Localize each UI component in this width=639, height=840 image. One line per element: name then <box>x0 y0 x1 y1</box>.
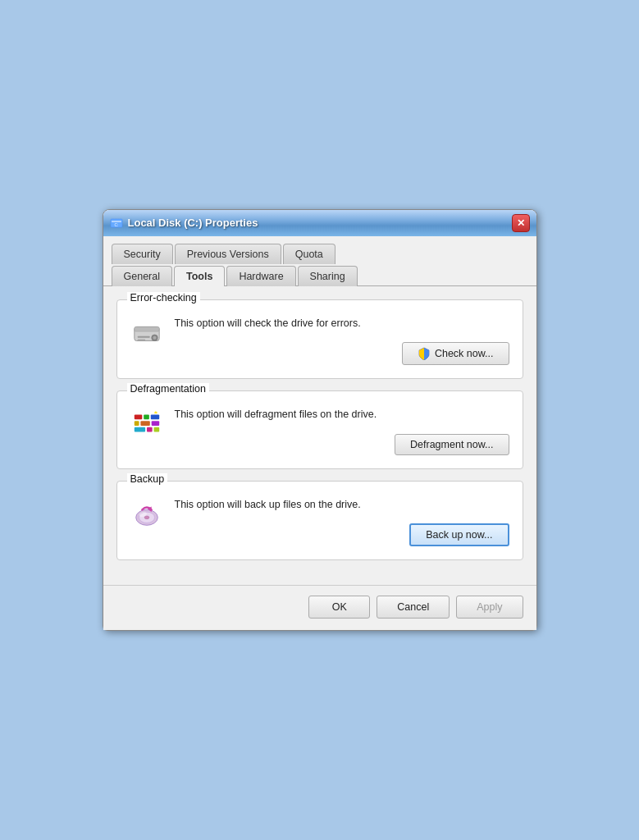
svg-rect-12 <box>134 421 139 426</box>
close-button[interactable]: ✕ <box>512 214 530 232</box>
tab-area: Security Previous Versions Quota General… <box>103 236 536 286</box>
back-up-now-button[interactable]: Back up now... <box>409 523 509 546</box>
hdd-icon-svg <box>131 317 162 349</box>
tab-tools[interactable]: Tools <box>174 266 225 286</box>
error-checking-right: This option will check the drive for err… <box>175 317 509 366</box>
tab-row-top: Security Previous Versions Quota <box>112 243 528 263</box>
tab-security[interactable]: Security <box>112 244 173 264</box>
backup-icon-svg <box>131 499 162 530</box>
svg-rect-13 <box>140 421 149 426</box>
svg-rect-9 <box>134 415 142 420</box>
backup-icon <box>130 498 163 531</box>
svg-rect-15 <box>134 427 144 432</box>
error-checking-label: Error-checking <box>127 292 200 304</box>
cancel-button[interactable]: Cancel <box>377 596 450 619</box>
tab-quota[interactable]: Quota <box>283 244 335 264</box>
svg-rect-14 <box>151 421 159 426</box>
svg-rect-16 <box>147 427 153 432</box>
svg-point-6 <box>153 336 156 340</box>
tab-sharing[interactable]: Sharing <box>298 266 358 286</box>
defragmentation-btn-row: Defragment now... <box>175 434 509 455</box>
svg-rect-11 <box>150 415 158 420</box>
backup-desc: This option will back up files on the dr… <box>175 498 509 513</box>
content-area: Error-checking This option will check th… <box>103 286 536 586</box>
defragmentation-label: Defragmentation <box>127 383 209 395</box>
backup-label: Backup <box>127 473 168 485</box>
ok-button[interactable]: OK <box>308 596 370 619</box>
defragmentation-body: This option will defragment files on the… <box>130 408 509 455</box>
svg-rect-10 <box>144 415 149 420</box>
check-now-button[interactable]: Check now... <box>402 342 509 365</box>
hdd-icon <box>130 317 163 349</box>
apply-button[interactable]: Apply <box>456 596 523 619</box>
backup-section: Backup This optio <box>116 481 523 561</box>
tab-hardware[interactable]: Hardware <box>226 266 295 286</box>
backup-btn-row: Back up now... <box>175 523 509 546</box>
error-checking-btn-row: Check now... <box>175 342 509 365</box>
defragmentation-section: Defragmentation <box>116 390 523 469</box>
error-checking-desc: This option will check the drive for err… <box>175 317 509 331</box>
tab-previous-versions[interactable]: Previous Versions <box>175 244 281 264</box>
svg-text:C:: C: <box>114 222 118 227</box>
title-bar: C: Local Disk (C:) Properties ✕ <box>103 210 536 236</box>
uac-shield-icon <box>418 347 431 360</box>
svg-rect-4 <box>134 326 158 331</box>
svg-rect-8 <box>137 339 145 340</box>
properties-window: C: Local Disk (C:) Properties ✕ Security… <box>103 209 537 632</box>
window-title: Local Disk (C:) Properties <box>128 217 507 229</box>
error-checking-section: Error-checking This option will check th… <box>116 299 523 380</box>
tab-general[interactable]: General <box>112 266 172 286</box>
defragmentation-desc: This option will defragment files on the… <box>175 408 509 422</box>
error-checking-body: This option will check the drive for err… <box>130 317 509 366</box>
backup-right: This option will back up files on the dr… <box>175 498 509 547</box>
defragment-now-button[interactable]: Defragment now... <box>395 434 509 455</box>
svg-point-21 <box>144 516 149 519</box>
svg-rect-17 <box>153 427 159 432</box>
window-icon: C: <box>110 217 123 230</box>
backup-body: This option will back up files on the dr… <box>130 498 509 547</box>
defrag-icon-svg <box>131 409 162 440</box>
tab-row-bottom: General Tools Hardware Sharing <box>112 265 528 285</box>
defragmentation-right: This option will defragment files on the… <box>175 408 509 455</box>
svg-rect-7 <box>137 336 149 338</box>
svg-marker-18 <box>153 411 157 414</box>
defrag-icon <box>130 408 163 441</box>
footer-buttons: OK Cancel Apply <box>103 585 536 630</box>
